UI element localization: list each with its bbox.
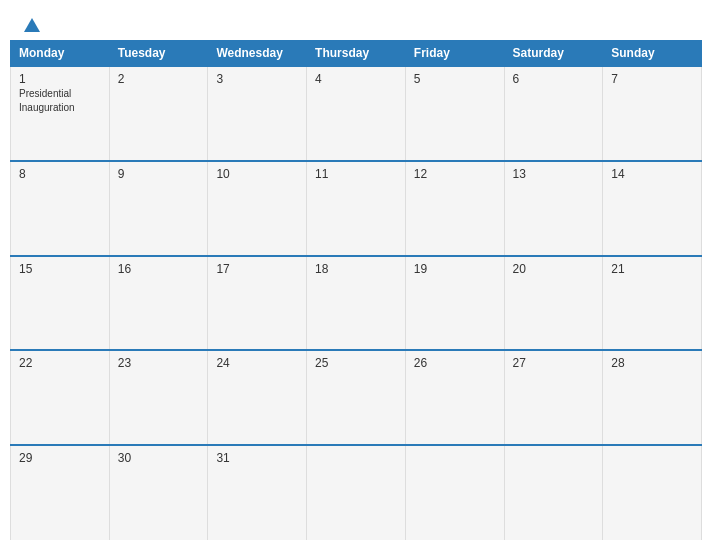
calendar-day-cell: 11 — [307, 161, 406, 256]
day-number: 11 — [315, 167, 397, 181]
calendar-day-cell: 8 — [11, 161, 110, 256]
calendar-day-cell: 5 — [405, 66, 504, 161]
calendar-day-cell: 30 — [109, 445, 208, 540]
calendar-day-cell: 28 — [603, 350, 702, 445]
calendar-day-cell: 21 — [603, 256, 702, 351]
day-number: 20 — [513, 262, 595, 276]
day-number: 1 — [19, 72, 101, 86]
calendar-day-cell — [307, 445, 406, 540]
calendar-day-cell: 27 — [504, 350, 603, 445]
calendar-week-row: 22232425262728 — [11, 350, 702, 445]
day-number: 5 — [414, 72, 496, 86]
calendar-day-cell: 1Presidential Inauguration — [11, 66, 110, 161]
calendar-day-cell: 25 — [307, 350, 406, 445]
day-number: 28 — [611, 356, 693, 370]
calendar-table: MondayTuesdayWednesdayThursdayFridaySatu… — [10, 40, 702, 540]
day-number: 6 — [513, 72, 595, 86]
logo-blue-text — [20, 18, 40, 32]
calendar-day-cell: 4 — [307, 66, 406, 161]
calendar-week-row: 891011121314 — [11, 161, 702, 256]
logo — [20, 18, 40, 32]
logo-triangle-icon — [24, 18, 40, 32]
day-number: 27 — [513, 356, 595, 370]
day-number: 2 — [118, 72, 200, 86]
weekday-header: Monday — [11, 41, 110, 67]
day-number: 3 — [216, 72, 298, 86]
calendar-day-cell: 23 — [109, 350, 208, 445]
calendar-day-cell: 12 — [405, 161, 504, 256]
day-number: 19 — [414, 262, 496, 276]
day-number: 25 — [315, 356, 397, 370]
calendar-day-cell: 29 — [11, 445, 110, 540]
calendar-header — [10, 10, 702, 36]
day-number: 13 — [513, 167, 595, 181]
day-number: 14 — [611, 167, 693, 181]
day-number: 30 — [118, 451, 200, 465]
day-number: 21 — [611, 262, 693, 276]
calendar-day-cell: 18 — [307, 256, 406, 351]
calendar-week-row: 15161718192021 — [11, 256, 702, 351]
weekday-header: Sunday — [603, 41, 702, 67]
weekday-header: Thursday — [307, 41, 406, 67]
calendar-day-cell: 24 — [208, 350, 307, 445]
day-number: 15 — [19, 262, 101, 276]
calendar-day-cell — [504, 445, 603, 540]
calendar-day-cell: 9 — [109, 161, 208, 256]
calendar-day-cell: 13 — [504, 161, 603, 256]
day-number: 9 — [118, 167, 200, 181]
calendar-day-cell: 2 — [109, 66, 208, 161]
day-number: 23 — [118, 356, 200, 370]
weekday-header: Wednesday — [208, 41, 307, 67]
calendar-day-cell: 14 — [603, 161, 702, 256]
calendar-day-cell: 3 — [208, 66, 307, 161]
weekday-header: Friday — [405, 41, 504, 67]
day-number: 24 — [216, 356, 298, 370]
calendar-day-cell: 22 — [11, 350, 110, 445]
day-number: 17 — [216, 262, 298, 276]
day-number: 10 — [216, 167, 298, 181]
calendar-day-cell: 15 — [11, 256, 110, 351]
calendar-day-cell: 6 — [504, 66, 603, 161]
day-number: 12 — [414, 167, 496, 181]
day-number: 4 — [315, 72, 397, 86]
calendar-day-cell: 20 — [504, 256, 603, 351]
holiday-label: Presidential Inauguration — [19, 88, 75, 113]
day-number: 26 — [414, 356, 496, 370]
day-number: 16 — [118, 262, 200, 276]
weekday-header: Tuesday — [109, 41, 208, 67]
calendar-day-cell: 26 — [405, 350, 504, 445]
calendar-day-cell: 17 — [208, 256, 307, 351]
weekday-header-row: MondayTuesdayWednesdayThursdayFridaySatu… — [11, 41, 702, 67]
calendar-day-cell: 7 — [603, 66, 702, 161]
day-number: 18 — [315, 262, 397, 276]
day-number: 31 — [216, 451, 298, 465]
day-number: 7 — [611, 72, 693, 86]
calendar-day-cell — [603, 445, 702, 540]
weekday-header: Saturday — [504, 41, 603, 67]
day-number: 22 — [19, 356, 101, 370]
calendar-week-row: 1Presidential Inauguration234567 — [11, 66, 702, 161]
calendar-day-cell: 10 — [208, 161, 307, 256]
calendar-day-cell: 19 — [405, 256, 504, 351]
calendar-day-cell — [405, 445, 504, 540]
calendar-day-cell: 31 — [208, 445, 307, 540]
day-number: 29 — [19, 451, 101, 465]
calendar-day-cell: 16 — [109, 256, 208, 351]
calendar-week-row: 293031 — [11, 445, 702, 540]
day-number: 8 — [19, 167, 101, 181]
